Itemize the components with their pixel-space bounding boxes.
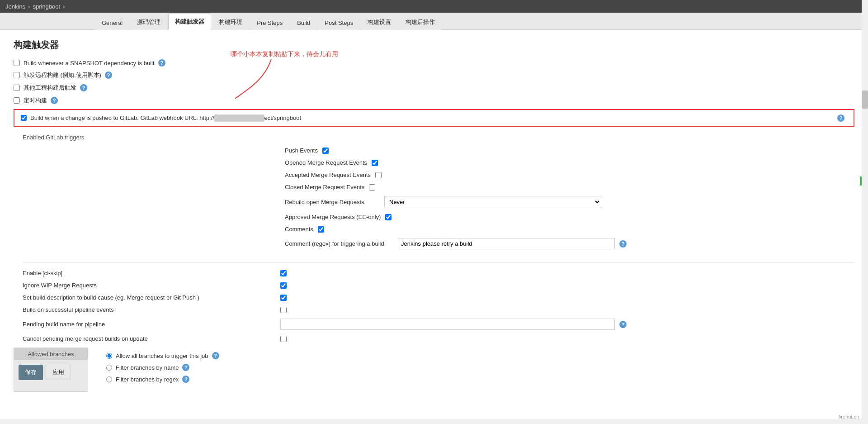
option-row-wip: Ignore WIP Merge Requests [23, 282, 854, 289]
option-row-remote: 触发远程构建 (例如,使用脚本) ? [14, 71, 854, 79]
checkbox-ci-skip[interactable] [280, 270, 287, 276]
label-closed-mr: Closed Merge Request Events [285, 184, 364, 191]
comment-row-regex: Comment (regex) for triggering a build ? [285, 238, 854, 249]
help-icon-snapshot[interactable]: ? [158, 59, 165, 67]
label-snapshot: Build whenever a SNAPSHOT dependency is … [24, 60, 155, 67]
help-icon-filter-regex[interactable]: ? [182, 376, 189, 383]
checkbox-accepted-mr[interactable] [375, 172, 382, 178]
label-accepted-mr: Accepted Merge Request Events [285, 172, 371, 178]
scrollbar[interactable] [862, 0, 868, 419]
tab-post-build[interactable]: 构建后操作 [399, 14, 442, 30]
apply-button[interactable]: 应用 [46, 365, 71, 380]
trigger-row-approved-mr: Approved Merge Requests (EE-only) [285, 214, 854, 220]
allowed-branches-header: Allowed branches [14, 348, 88, 360]
tab-build-triggers[interactable]: 构建触发器 [168, 14, 211, 30]
help-icon-filter-name[interactable]: ? [182, 364, 189, 371]
branch-radio-options: Allow all branches to trigger this job ?… [102, 348, 224, 392]
allowed-branches-panel: Allowed branches 保存 应用 [14, 348, 88, 392]
label-ci-skip: Enable [ci-skip] [23, 270, 276, 276]
dropdown-row-rebuild: Rebuild open Merge Requests Never Always… [285, 196, 854, 208]
right-col: Push Events Opened Merge Request Events … [285, 147, 854, 255]
checkbox-push[interactable] [322, 148, 329, 154]
label-remote: 触发远程构建 (例如,使用脚本) [24, 71, 101, 79]
breadcrumb-jenkins[interactable]: Jenkins [5, 3, 25, 10]
help-icon-comment-regex[interactable]: ? [619, 240, 627, 248]
checkbox-timer[interactable] [14, 97, 20, 104]
section-separator [23, 262, 854, 262]
tab-post-steps[interactable]: Post Steps [318, 15, 360, 30]
select-rebuild[interactable]: Never Always On Push [384, 196, 601, 208]
input-pending-build[interactable] [280, 319, 615, 330]
input-comment-regex[interactable] [398, 238, 615, 249]
trigger-row-closed-mr: Closed Merge Request Events [285, 184, 854, 191]
option-row-timer: 定时构建 ? [14, 96, 854, 105]
help-icon-timer[interactable]: ? [51, 97, 58, 104]
annotation-notebook: 哪个小本本复制粘贴下来，待会儿有用 [231, 50, 338, 58]
trigger-row-opened-mr: Opened Merge Request Events [285, 159, 854, 166]
green-accent [860, 176, 862, 186]
checkbox-gitlab[interactable] [21, 115, 27, 121]
watermark: firehot.cn [839, 414, 859, 419]
tab-build[interactable]: Build [290, 15, 317, 30]
checkbox-comments[interactable] [318, 226, 324, 233]
help-icon-all-branches[interactable]: ? [212, 352, 219, 359]
label-description: Set build description to build cause (eg… [23, 294, 276, 301]
gitlab-option-box: Build when a change is pushed to GitLab.… [14, 109, 854, 127]
label-all-branches: Allow all branches to trigger this job [116, 353, 208, 359]
label-cancel-pending: Cancel pending merge request builds on u… [23, 335, 276, 342]
label-opened-mr: Opened Merge Request Events [285, 159, 367, 166]
checkbox-wip[interactable] [280, 282, 287, 289]
tab-general[interactable]: General [95, 15, 129, 30]
checkbox-opened-mr[interactable] [372, 160, 378, 166]
save-button[interactable]: 保存 [19, 365, 43, 380]
triggers-section: Enabled GitLab triggers Push Events Open… [23, 134, 854, 342]
option-row-description: Set build description to build cause (eg… [23, 294, 854, 301]
scrollbar-thumb[interactable] [862, 91, 868, 109]
checkbox-cancel-pending[interactable] [280, 336, 287, 342]
main-content: 构建触发器 Build whenever a SNAPSHOT dependen… [0, 30, 868, 419]
help-icon-remote[interactable]: ? [105, 71, 112, 79]
checkbox-other[interactable] [14, 85, 20, 91]
bottom-section: Allowed branches 保存 应用 Allow all branche… [14, 348, 854, 392]
gitlab-label: Build when a change is pushed to GitLab.… [30, 114, 301, 121]
tab-pre-steps[interactable]: Pre Steps [250, 15, 289, 30]
radio-row-filter-regex: Filter branches by regex ? [106, 376, 219, 383]
tab-bar: General 源码管理 构建触发器 构建环境 Pre Steps Build … [0, 13, 868, 30]
breadcrumb-sep1: › [28, 3, 30, 10]
help-icon-other[interactable]: ? [80, 84, 87, 91]
breadcrumb-bar: Jenkins › springboot › [0, 0, 868, 13]
checkbox-closed-mr[interactable] [369, 184, 375, 191]
trigger-row-accepted-mr: Accepted Merge Request Events [285, 172, 854, 178]
checkbox-snapshot[interactable] [14, 60, 20, 66]
left-col [23, 147, 285, 255]
option-row-snapshot: Build whenever a SNAPSHOT dependency is … [14, 59, 854, 67]
tab-build-env[interactable]: 构建环境 [212, 14, 249, 30]
radio-filter-name[interactable] [106, 365, 112, 371]
checkbox-approved-mr[interactable] [385, 214, 392, 220]
label-pending-build: Pending build name for pipeline [23, 321, 276, 328]
help-icon-gitlab[interactable]: ? [837, 114, 844, 122]
checkbox-pipeline[interactable] [280, 307, 287, 313]
trigger-row-push: Push Events [285, 147, 854, 154]
label-approved-mr: Approved Merge Requests (EE-only) [285, 214, 381, 220]
option-row-ci-skip: Enable [ci-skip] [23, 270, 854, 276]
triggers-header: Enabled GitLab triggers [23, 134, 854, 141]
label-filter-regex: Filter branches by regex [116, 376, 179, 383]
checkbox-description[interactable] [280, 295, 287, 301]
trigger-row-comments: Comments [285, 226, 854, 233]
tab-source[interactable]: 源码管理 [130, 14, 167, 30]
label-pipeline: Build on successful pipeline events [23, 306, 276, 313]
radio-filter-regex[interactable] [106, 376, 112, 382]
checkbox-remote[interactable] [14, 72, 20, 78]
label-rebuild: Rebuild open Merge Requests [285, 199, 380, 205]
breadcrumb-sep2: › [63, 3, 65, 10]
tab-build-settings[interactable]: 构建设置 [361, 14, 398, 30]
radio-all-branches[interactable] [106, 353, 112, 359]
option-row-pipeline: Build on successful pipeline events [23, 306, 854, 313]
radio-row-filter-name: Filter branches by name ? [106, 364, 219, 371]
label-filter-name: Filter branches by name [116, 364, 179, 371]
row-pending-build: Pending build name for pipeline ? [23, 319, 854, 330]
help-icon-pending[interactable]: ? [619, 321, 627, 328]
breadcrumb-springboot[interactable]: springboot [33, 3, 60, 10]
label-timer: 定时构建 [24, 96, 47, 105]
